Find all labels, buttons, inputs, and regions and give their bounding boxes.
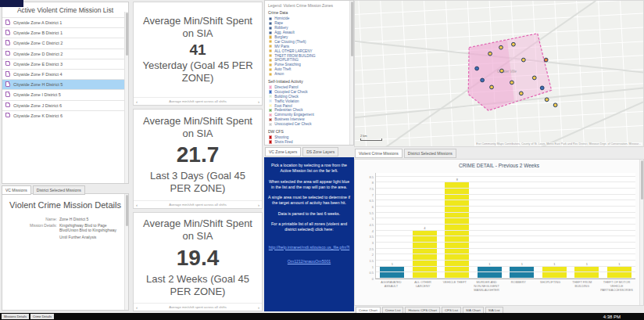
stat-card-title: Average Min/Shift Spent on SIA [138,15,257,41]
bar-rect[interactable] [445,182,469,279]
mission-list-item[interactable]: Citywide Zone E District 3 [2,59,128,69]
details-scrollbar[interactable] [124,194,128,310]
stat-card-subtitle: Last 3 Days (Goal 45 PER ZONE) [138,170,257,196]
map-tab-0[interactable]: Violent Crime Missions [355,149,402,158]
mission-list-item[interactable]: Citywide Zone B District 1 [2,27,128,38]
legend-item-label: SHOPLIFTING [274,58,299,62]
mission-list-item[interactable]: Citywide Zone C District 2 [2,38,128,48]
pager-prev-icon[interactable]: ‹ [136,203,138,207]
folder-icon [5,21,10,25]
legend-item-label: Assault [274,145,286,146]
mission-list-item[interactable]: Citywide Zone D District 2 [2,49,128,59]
pager-prev-icon[interactable]: ‹ [136,305,138,310]
detail-field-value: Zone H District 5 [59,217,128,221]
legend-item-label: Car Clouting (Theft) [274,40,306,44]
crime-point-yellow[interactable] [500,69,504,73]
circle-swatch-icon [269,40,272,43]
legend-item-label: Directed Patrol [274,85,298,89]
pager-next-icon[interactable]: › [258,203,259,207]
chart-title: CRIME DETAIL - Previous 2 Weeks [355,160,643,168]
chart-bar-7[interactable]: 1 [603,173,636,279]
detail-field-value: Kingshighway Blvd to Page Blvd/Union Blv… [59,223,128,232]
chart-bar-6[interactable]: 1 [571,173,603,279]
scrollbar-thumb[interactable] [126,13,128,56]
x-axis-category-label: ROBBERY [503,279,535,299]
zone-layer-button-1[interactable]: DS Zone Layers [302,147,338,156]
details-tab-0[interactable]: VC Missions [2,185,31,195]
scrollbar-thumb[interactable] [126,195,128,226]
chart-gridline [376,242,635,243]
y-axis-tick-label: 3 [372,240,374,244]
chart-bar-5[interactable]: 1 [538,173,571,279]
map[interactable]: Greater Ville 2 km Esri Community Maps C… [354,0,644,147]
legend-item-label: Traffic Violation [274,99,299,103]
y-axis-tick-label: 2.5 [369,246,374,250]
chart-gridline [376,260,635,261]
pager-next-icon[interactable]: › [258,99,259,104]
detail-field: Until Further Analysis [2,235,128,239]
crime-point-yellow[interactable] [510,81,514,84]
crime-point-yellow[interactable] [521,58,525,62]
legend-item-label: Agg. Assault [274,31,295,34]
pager-prev-icon[interactable]: ‹ [136,99,138,104]
mission-details-title: Violent Crime Mission Details [2,194,128,214]
stat-card-title: Average Min/Shift Spent on SIA [138,115,257,141]
legend-section-heading: Self-Initiated Activity [268,79,349,84]
crime-point-blue[interactable] [481,78,485,82]
chart-bar-1[interactable]: 4 [409,173,442,279]
crime-point-yellow[interactable] [545,98,549,102]
details-tab-1[interactable]: District Selected Missions [33,185,85,195]
mission-list-item[interactable]: Citywide Zone F District 4 [2,69,128,79]
map-tab-1[interactable]: District Selected Missions [404,149,456,158]
crime-point-yellow[interactable] [519,92,523,95]
crime-point-yellow[interactable] [499,45,503,49]
crime-point-blue[interactable] [540,86,544,90]
y-axis-tick-label: 6 [372,204,374,208]
mission-details-fields: Name:Zone H District 5Mission Details:Ki… [2,217,128,239]
map-canvas[interactable]: Greater Ville [355,1,643,147]
scrollbar-thumb[interactable] [351,2,353,56]
stat-card-value: 19.4 [177,246,220,271]
stat-card-footer: ‹Average min/shift spent across all shif… [134,303,262,311]
chart-scrollbar[interactable] [639,160,643,305]
crime-point-yellow[interactable] [488,52,492,56]
chart-bar-3[interactable]: 1 [474,173,506,279]
crime-point-yellow[interactable] [532,76,536,80]
circle-swatch-icon [269,59,272,62]
circle-swatch-icon [269,31,272,34]
taskbar-tab-0[interactable]: Missions Details [2,314,29,319]
instruction-paragraph: For a printable list of all zones (viole… [268,221,350,233]
mission-list-item-label: Citywide Zone I District 5 [13,92,61,97]
pager-next-icon[interactable]: › [258,305,259,310]
mission-list-item[interactable]: Citywide Zone J District 6 [2,100,128,110]
crime-point-yellow[interactable] [553,103,557,107]
square-swatch-icon [269,118,272,121]
crime-point-blue[interactable] [475,67,479,70]
y-axis-tick-label: 8 [372,181,374,185]
folder-icon [5,93,10,97]
crime-point-yellow[interactable] [512,42,516,46]
chart-gridline [376,194,635,195]
chart-bar-4[interactable]: 1 [506,173,538,279]
chart-bar-0[interactable]: 1 [376,173,409,279]
map-chart-column: Greater Ville 2 km Esri Community Maps C… [354,0,644,313]
chart-plot-area: 14811111 00.511.522.533.544.555.566.577.… [375,173,635,279]
chart-bar-2[interactable]: 8 [441,173,474,279]
legend-item-label: Auto Theft [274,67,291,71]
instructions-text: Pick a location by selecting a row from … [268,163,350,233]
mission-list: Citywide Zone A District 1Citywide Zone … [2,17,128,120]
legend-scrollbar[interactable] [349,1,353,145]
mission-list-item-label: Citywide Zone H District 5 [13,82,63,87]
scrollbar-thumb[interactable] [641,160,643,200]
mission-list-item[interactable]: Citywide Zone A District 1 [2,17,128,27]
mission-list-scrollbar[interactable] [124,12,128,183]
crime-point-yellow[interactable] [490,85,494,89]
mission-list-item[interactable]: Citywide Zone I District 5 [2,89,128,99]
mission-list-item[interactable]: Citywide Zone H District 5 [2,79,128,89]
mission-list-item[interactable]: Citywide Zone K District 6 [2,110,128,120]
crime-point-orange[interactable] [544,58,548,62]
taskbar-tab-1[interactable]: Crime Details [30,314,54,319]
printable-zones-link[interactable]: http://help.intranet/mdi.stlouisco.us_fi… [269,245,350,264]
zone-layer-button-0[interactable]: VC Zone Layers [265,147,301,156]
legend-item-label: Pedestrian Check [274,108,302,112]
